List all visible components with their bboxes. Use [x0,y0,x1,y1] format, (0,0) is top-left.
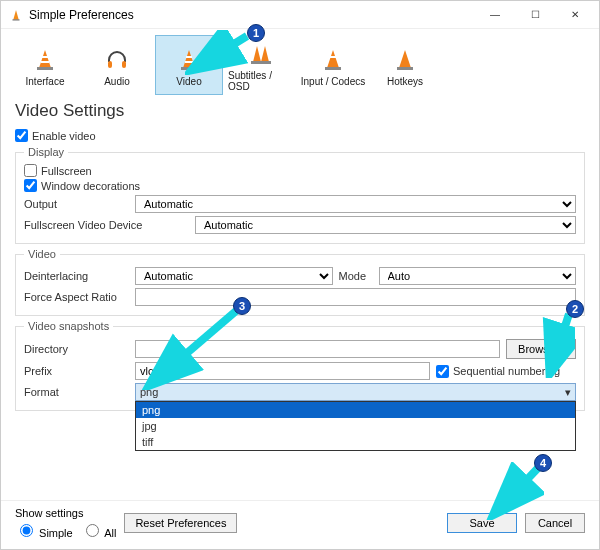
show-settings-label: Show settings [15,507,116,519]
video-group: Video Deinterlacing Automatic Mode Auto … [15,248,585,316]
enable-video-input[interactable] [15,129,28,142]
fs-device-select[interactable]: Automatic [195,216,576,234]
force-ar-label: Force Aspect Ratio [24,291,129,303]
category-audio[interactable]: Audio [83,35,151,95]
reset-preferences-button[interactable]: Reset Preferences [124,513,237,533]
mode-simple-radio[interactable]: Simple [15,521,73,539]
cone-pair-icon [247,38,275,66]
svg-marker-13 [261,46,269,62]
svg-rect-6 [108,61,112,68]
category-label: Subtitles / OSD [228,70,294,92]
svg-marker-8 [183,50,195,68]
directory-input[interactable] [135,340,500,358]
svg-rect-11 [181,67,197,70]
footer: Show settings Simple All Reset Preferenc… [1,500,599,549]
minimize-button[interactable]: — [475,3,515,27]
output-label: Output [24,198,129,210]
headphones-icon [103,44,131,72]
svg-marker-18 [399,50,411,68]
category-label: Input / Codecs [301,76,365,87]
section-title: Video Settings [1,95,599,127]
format-dropdown-list[interactable]: png jpg tiff [135,401,576,451]
svg-marker-2 [39,50,51,68]
window-decorations-label: Window decorations [41,180,140,192]
format-option-tiff[interactable]: tiff [136,434,575,450]
svg-rect-5 [37,67,53,70]
svg-rect-3 [42,56,48,58]
mode-label: Mode [339,270,373,282]
svg-rect-4 [41,61,49,63]
output-select[interactable]: Automatic [135,195,576,213]
prefix-label: Prefix [24,365,129,377]
cone-icon [319,44,347,72]
cancel-button[interactable]: Cancel [525,513,585,533]
window-controls: — ☐ ✕ [475,3,595,27]
app-icon [9,8,23,22]
content-area: Enable video Display Fullscreen Window d… [1,127,599,500]
prefix-input[interactable] [135,362,430,380]
enable-video-label: Enable video [32,130,96,142]
fullscreen-checkbox[interactable]: Fullscreen [24,164,576,177]
svg-rect-10 [185,61,193,63]
fullscreen-input[interactable] [24,164,37,177]
sequential-numbering-input[interactable] [436,365,449,378]
window-decorations-input[interactable] [24,179,37,192]
category-label: Audio [104,76,130,87]
category-subtitles[interactable]: Subtitles / OSD [227,35,295,95]
preferences-window: Simple Preferences — ☐ ✕ Interface Audio… [0,0,600,550]
window-decorations-checkbox[interactable]: Window decorations [24,179,576,192]
svg-marker-0 [13,10,19,20]
sequential-numbering-checkbox[interactable]: Sequential numbering [436,365,576,378]
category-interface[interactable]: Interface [11,35,79,95]
chevron-down-icon[interactable]: ▾ [565,384,571,400]
category-label: Video [176,76,201,87]
fullscreen-label: Fullscreen [41,165,92,177]
snapshots-group: Video snapshots Directory Browse... Pref… [15,320,585,411]
svg-rect-1 [13,19,20,20]
browse-button[interactable]: Browse... [506,339,576,359]
enable-video-checkbox[interactable]: Enable video [15,129,585,142]
category-input-codecs[interactable]: Input / Codecs [299,35,367,95]
annotation-badge-2: 2 [566,300,584,318]
snapshots-legend: Video snapshots [24,320,113,332]
cone-icon [31,44,59,72]
window-title: Simple Preferences [29,8,475,22]
directory-label: Directory [24,343,129,355]
close-button[interactable]: ✕ [555,3,595,27]
display-group: Display Fullscreen Window decorations Ou… [15,146,585,244]
save-button[interactable]: Save [447,513,517,533]
format-value: png [140,384,158,400]
fs-device-label: Fullscreen Video Device [24,219,189,231]
cone-icon [175,44,203,72]
category-video[interactable]: Video [155,35,223,95]
cone-icon [391,44,419,72]
format-option-png[interactable]: png [136,402,575,418]
category-label: Interface [26,76,65,87]
maximize-button[interactable]: ☐ [515,3,555,27]
format-select[interactable]: png ▾ png jpg tiff [135,383,576,401]
force-ar-input[interactable] [135,288,576,306]
svg-rect-16 [330,56,336,58]
svg-rect-17 [325,67,341,70]
category-bar: Interface Audio Video Subtitles / OSD In… [1,29,599,95]
annotation-badge-1: 1 [247,24,265,42]
mode-select[interactable]: Auto [379,267,577,285]
category-label: Hotkeys [387,76,423,87]
annotation-badge-4: 4 [534,454,552,472]
format-label: Format [24,386,129,398]
svg-rect-7 [122,61,126,68]
annotation-badge-3: 3 [233,297,251,315]
deinterlacing-label: Deinterlacing [24,270,129,282]
svg-marker-15 [327,50,339,68]
mode-all-radio[interactable]: All [81,521,117,539]
svg-marker-12 [253,46,261,62]
svg-rect-19 [397,67,413,70]
video-legend: Video [24,248,60,260]
display-legend: Display [24,146,68,158]
format-option-jpg[interactable]: jpg [136,418,575,434]
titlebar: Simple Preferences — ☐ ✕ [1,1,599,29]
deinterlacing-select[interactable]: Automatic [135,267,333,285]
category-hotkeys[interactable]: Hotkeys [371,35,439,95]
svg-rect-14 [251,61,271,64]
sequential-numbering-label: Sequential numbering [453,365,560,377]
